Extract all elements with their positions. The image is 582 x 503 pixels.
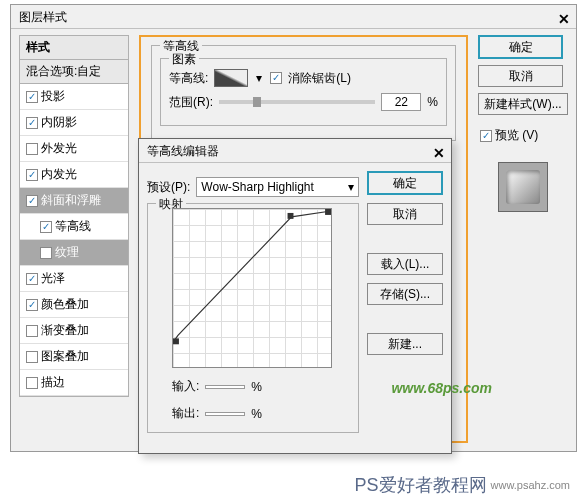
preview-label: 预览 (V) <box>495 127 538 144</box>
style-checkbox[interactable] <box>26 325 38 337</box>
blend-options-header[interactable]: 混合选项:自定 <box>19 60 129 84</box>
input-field[interactable] <box>205 385 245 389</box>
style-label: 光泽 <box>41 270 65 287</box>
chevron-down-icon[interactable]: ▾ <box>254 73 264 83</box>
style-label: 内阴影 <box>41 114 77 131</box>
style-checkbox[interactable] <box>40 221 52 233</box>
editor-title: 等高线编辑器 <box>147 144 219 158</box>
style-item[interactable]: 内发光 <box>20 162 128 188</box>
dialog-title: 图层样式 <box>19 10 67 24</box>
contour-editor-dialog: 等高线编辑器 ✕ 预设(P): Wow-Sharp Highlight ▾ 映射 <box>138 138 452 454</box>
style-item[interactable]: 图案叠加 <box>20 344 128 370</box>
range-slider[interactable] <box>219 100 375 104</box>
output-pct: % <box>251 407 262 421</box>
style-item[interactable]: 斜面和浮雕 <box>20 188 128 214</box>
chevron-down-icon: ▾ <box>348 180 354 194</box>
style-checkbox[interactable] <box>26 195 38 207</box>
style-label: 外发光 <box>41 140 77 157</box>
svg-rect-0 <box>173 338 179 344</box>
ok-button[interactable]: 确定 <box>367 171 443 195</box>
style-item[interactable]: 光泽 <box>20 266 128 292</box>
save-button[interactable]: 存储(S)... <box>367 283 443 305</box>
dialog-titlebar[interactable]: 图层样式 ✕ <box>11 5 576 29</box>
contour-thumbnail[interactable] <box>214 69 248 87</box>
styles-sidebar: 样式 混合选项:自定 投影内阴影外发光内发光斜面和浮雕等高线纹理光泽颜色叠加渐变… <box>19 35 129 443</box>
style-checkbox[interactable] <box>26 117 38 129</box>
style-label: 颜色叠加 <box>41 296 89 313</box>
pattern-fieldset: 图素 等高线: ▾ 消除锯齿(L) 范围(R): 22 % <box>160 58 447 126</box>
style-label: 内发光 <box>41 166 77 183</box>
editor-titlebar[interactable]: 等高线编辑器 ✕ <box>139 139 451 163</box>
style-item[interactable]: 描边 <box>20 370 128 396</box>
watermark: www.68ps.com <box>391 380 492 396</box>
input-pct: % <box>251 380 262 394</box>
close-icon[interactable]: ✕ <box>558 7 570 31</box>
range-input[interactable]: 22 <box>381 93 421 111</box>
footer: PS爱好者教程网 www.psahz.com <box>0 467 582 503</box>
mapping-fieldset: 映射 输入: % 输出: % <box>147 203 359 433</box>
style-label: 斜面和浮雕 <box>41 192 101 209</box>
cancel-button[interactable]: 取消 <box>478 65 563 87</box>
style-checkbox[interactable] <box>26 299 38 311</box>
style-label: 描边 <box>41 374 65 391</box>
svg-rect-2 <box>325 209 331 215</box>
style-checkbox[interactable] <box>40 247 52 259</box>
svg-rect-1 <box>288 213 294 219</box>
styles-header[interactable]: 样式 <box>19 35 129 60</box>
style-item[interactable]: 投影 <box>20 84 128 110</box>
style-label: 纹理 <box>55 244 79 261</box>
antialias-checkbox[interactable] <box>270 72 282 84</box>
contour-label: 等高线: <box>169 70 208 87</box>
new-button[interactable]: 新建... <box>367 333 443 355</box>
style-checkbox[interactable] <box>26 351 38 363</box>
style-checkbox[interactable] <box>26 143 38 155</box>
style-list: 投影内阴影外发光内发光斜面和浮雕等高线纹理光泽颜色叠加渐变叠加图案叠加描边 <box>19 84 129 397</box>
new-style-button[interactable]: 新建样式(W)... <box>478 93 568 115</box>
style-label: 投影 <box>41 88 65 105</box>
editor-buttons: 确定 取消 载入(L)... 存储(S)... 新建... <box>367 171 443 445</box>
ok-button[interactable]: 确定 <box>478 35 563 59</box>
output-field[interactable] <box>205 412 245 416</box>
style-item[interactable]: 纹理 <box>20 240 128 266</box>
range-pct: % <box>427 95 438 109</box>
output-label: 输出: <box>172 405 199 422</box>
style-item[interactable]: 颜色叠加 <box>20 292 128 318</box>
style-item[interactable]: 渐变叠加 <box>20 318 128 344</box>
preview-checkbox[interactable] <box>480 130 492 142</box>
preset-value: Wow-Sharp Highlight <box>201 180 314 194</box>
style-checkbox[interactable] <box>26 169 38 181</box>
style-item[interactable]: 等高线 <box>20 214 128 240</box>
style-checkbox[interactable] <box>26 273 38 285</box>
footer-url: www.psahz.com <box>491 479 570 491</box>
input-label: 输入: <box>172 378 199 395</box>
style-item[interactable]: 外发光 <box>20 136 128 162</box>
load-button[interactable]: 载入(L)... <box>367 253 443 275</box>
contour-fieldset: 等高线 图素 等高线: ▾ 消除锯齿(L) 范围(R): 22 % <box>151 45 456 141</box>
style-item[interactable]: 内阴影 <box>20 110 128 136</box>
curve-graph[interactable] <box>172 208 332 368</box>
close-icon[interactable]: ✕ <box>433 141 445 165</box>
style-label: 渐变叠加 <box>41 322 89 339</box>
preset-label: 预设(P): <box>147 179 190 196</box>
cancel-button[interactable]: 取消 <box>367 203 443 225</box>
style-label: 图案叠加 <box>41 348 89 365</box>
pattern-legend: 图素 <box>169 51 199 68</box>
style-checkbox[interactable] <box>26 377 38 389</box>
preset-select[interactable]: Wow-Sharp Highlight ▾ <box>196 177 359 197</box>
antialias-label: 消除锯齿(L) <box>288 70 351 87</box>
footer-text: PS爱好者教程网 <box>355 473 487 497</box>
range-label: 范围(R): <box>169 94 213 111</box>
style-checkbox[interactable] <box>26 91 38 103</box>
style-label: 等高线 <box>55 218 91 235</box>
preview-thumbnail <box>498 162 548 212</box>
